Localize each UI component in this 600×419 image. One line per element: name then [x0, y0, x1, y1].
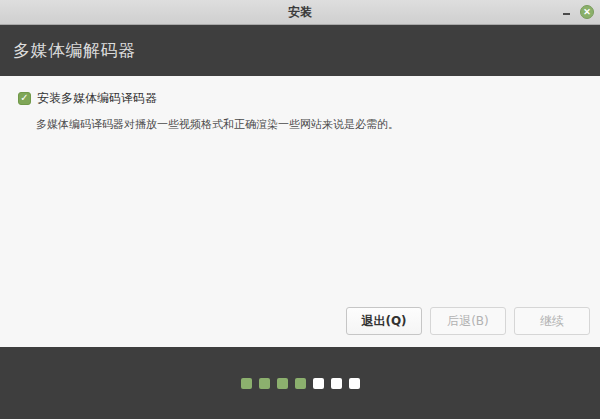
progress-dot-done	[259, 378, 270, 389]
footer	[0, 347, 600, 419]
button-row: 退出(Q) 后退(B) 继续	[346, 307, 590, 335]
install-codecs-checkbox-row[interactable]: ✓ 安装多媒体编码译码器	[18, 90, 600, 107]
progress-dot-done	[295, 378, 306, 389]
progress-dot-todo	[331, 378, 342, 389]
progress-dot-todo	[349, 378, 360, 389]
window-title: 安装	[288, 4, 312, 21]
check-icon: ✓	[20, 93, 28, 103]
page-header: 多媒体编解码器	[0, 25, 600, 76]
installer-window: 安装 ✕ 多媒体编解码器 ✓ 安装多媒体编码译码器 多媒体编码译码器对播放一些视…	[0, 0, 600, 419]
continue-button[interactable]: 继续	[514, 307, 590, 335]
content-area: ✓ 安装多媒体编码译码器 多媒体编码译码器对播放一些视频格式和正确渲染一些网站来…	[0, 76, 600, 347]
minimize-button[interactable]	[558, 0, 574, 24]
codecs-description: 多媒体编码译码器对播放一些视频格式和正确渲染一些网站来说是必需的。	[36, 117, 600, 132]
checkbox-label[interactable]: 安装多媒体编码译码器	[37, 90, 157, 107]
back-button[interactable]: 后退(B)	[430, 307, 506, 335]
close-button[interactable]: ✕	[577, 0, 597, 24]
quit-button[interactable]: 退出(Q)	[346, 307, 422, 335]
close-icon: ✕	[580, 5, 594, 19]
titlebar: 安装 ✕	[0, 0, 600, 25]
progress-dot-done	[277, 378, 288, 389]
page-title: 多媒体编解码器	[13, 39, 136, 62]
minimize-icon	[563, 13, 570, 15]
progress-dot-todo	[313, 378, 324, 389]
progress-dot-done	[241, 378, 252, 389]
progress-dots	[241, 378, 360, 389]
checkbox-checked-icon[interactable]: ✓	[18, 92, 31, 105]
